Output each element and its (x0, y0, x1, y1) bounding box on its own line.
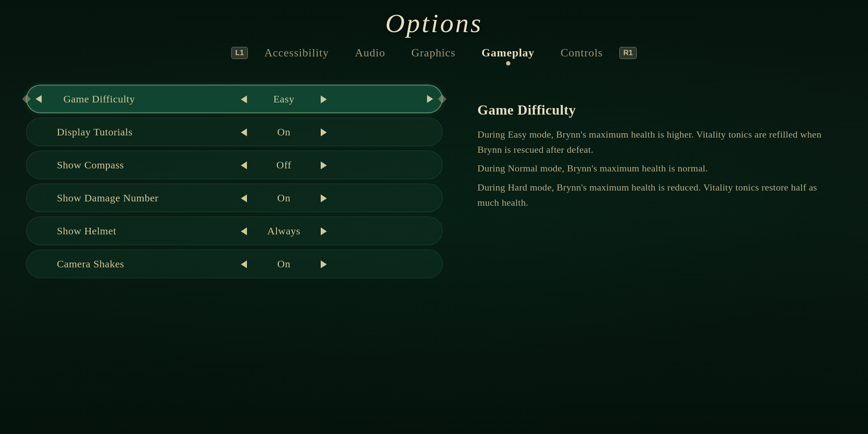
setting-controls-game-difficulty: Easy (234, 93, 433, 105)
setting-row-show-helmet[interactable]: Show Helmet Always (26, 217, 443, 245)
description-title: Game Difficulty (477, 102, 833, 118)
tab-graphics[interactable]: Graphics (398, 43, 469, 63)
show-compass-right-btn[interactable] (314, 160, 333, 170)
description-paragraph-1: During Easy mode, Brynn's maximum health… (477, 127, 833, 157)
setting-row-show-compass[interactable]: Show Compass Off (26, 151, 443, 179)
tab-gameplay[interactable]: Gameplay (469, 43, 548, 63)
setting-controls-camera-shakes: On (234, 258, 434, 270)
game-difficulty-value: Easy (253, 93, 314, 105)
game-difficulty-left-btn[interactable] (234, 94, 253, 104)
main-content: Game Difficulty Easy Display Tutorials O… (0, 85, 868, 278)
r1-key[interactable]: R1 (619, 47, 637, 59)
setting-controls-show-helmet: Always (234, 225, 434, 237)
tab-audio[interactable]: Audio (342, 43, 398, 63)
show-compass-value: Off (253, 159, 314, 171)
page-title: Options (385, 8, 483, 39)
show-damage-number-left-btn[interactable] (234, 193, 253, 203)
setting-controls-show-damage-number: On (234, 192, 434, 204)
setting-controls-display-tutorials: On (234, 126, 434, 138)
page-container: Options L1 Accessibility Audio Graphics … (0, 0, 868, 434)
tab-accessibility[interactable]: Accessibility (251, 43, 342, 63)
nav-bar: L1 Accessibility Audio Graphics Gameplay… (228, 43, 640, 63)
setting-row-camera-shakes[interactable]: Camera Shakes On (26, 250, 443, 278)
setting-row-game-difficulty[interactable]: Game Difficulty Easy (26, 85, 443, 113)
description-panel: Game Difficulty During Easy mode, Brynn'… (469, 89, 842, 278)
camera-shakes-value: On (253, 258, 314, 270)
camera-shakes-right-btn[interactable] (314, 259, 333, 269)
setting-row-display-tutorials[interactable]: Display Tutorials On (26, 118, 443, 146)
show-compass-left-btn[interactable] (234, 160, 253, 170)
description-paragraph-2: During Normal mode, Brynn's maximum heal… (477, 161, 833, 176)
show-damage-number-right-btn[interactable] (314, 193, 333, 203)
l1-key[interactable]: L1 (231, 47, 248, 59)
setting-row-show-damage-number[interactable]: Show Damage Number On (26, 184, 443, 212)
tab-controls[interactable]: Controls (548, 43, 616, 63)
description-text: During Easy mode, Brynn's maximum health… (477, 127, 833, 210)
left-arrow-icon (36, 95, 42, 103)
display-tutorials-right-btn[interactable] (314, 127, 333, 137)
settings-list: Game Difficulty Easy Display Tutorials O… (26, 85, 443, 278)
show-helmet-left-btn[interactable] (234, 226, 253, 236)
show-helmet-value: Always (253, 225, 314, 237)
setting-controls-show-compass: Off (234, 159, 434, 171)
display-tutorials-left-btn[interactable] (234, 127, 253, 137)
description-paragraph-3: During Hard mode, Brynn's maximum health… (477, 180, 833, 210)
camera-shakes-left-btn[interactable] (234, 259, 253, 269)
game-difficulty-right-btn[interactable] (314, 94, 333, 104)
diamond-right (438, 95, 447, 103)
display-tutorials-value: On (253, 126, 314, 138)
show-damage-number-value: On (253, 192, 314, 204)
diamond-left (22, 95, 31, 103)
show-helmet-right-btn[interactable] (314, 226, 333, 236)
